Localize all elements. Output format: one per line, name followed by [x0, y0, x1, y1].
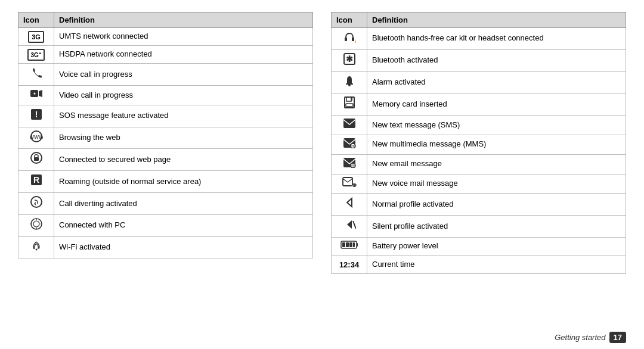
- definition-cell: Call diverting activated: [54, 193, 313, 215]
- table-row: Call diverting activated: [18, 193, 313, 215]
- definition-cell: Battery power level: [367, 237, 626, 255]
- definition-cell: SOS message feature activated: [54, 105, 313, 127]
- table-row: Connected with PC: [18, 214, 313, 236]
- definition-cell: New multimedia message (MMS): [367, 135, 626, 154]
- table-row: Silent profile activated: [332, 216, 626, 238]
- icon-cell: [332, 237, 367, 255]
- icon-cell: www: [18, 127, 54, 149]
- table-row: wwwBrowsing the web: [18, 127, 313, 149]
- svg-rect-42: [349, 242, 352, 247]
- icon-cell: 3G+: [18, 46, 54, 64]
- svg-text:im: im: [351, 144, 355, 148]
- table-row: @New email message: [332, 154, 626, 174]
- footer-text: Getting started: [555, 333, 605, 342]
- icon-cell: [332, 194, 367, 216]
- svg-marker-36: [347, 220, 352, 229]
- svg-point-2: [33, 93, 35, 95]
- definition-cell: Alarm activated: [367, 71, 626, 94]
- table-row: Wi-Fi activated: [18, 236, 313, 258]
- table-row: imNew multimedia message (MMS): [332, 135, 626, 154]
- definition-cell: Browsing the web: [54, 127, 313, 149]
- table-row: vmNew voice mail message: [332, 174, 626, 194]
- definition-cell: Video call in progress: [54, 86, 313, 105]
- right-col2-header: Definition: [367, 13, 626, 28]
- definition-cell: Wi-Fi activated: [54, 236, 313, 258]
- icon-cell: [332, 71, 367, 94]
- icon-cell: [18, 64, 54, 86]
- svg-rect-41: [346, 242, 349, 247]
- svg-rect-39: [357, 243, 358, 247]
- left-table: Icon Definition 3GUMTS network connected…: [18, 12, 313, 328]
- table-row: ✱Bluetooth activated: [332, 49, 626, 71]
- svg-text:R: R: [33, 175, 39, 185]
- definition-cell: Connected to secured web page: [54, 149, 313, 171]
- svg-rect-40: [342, 242, 345, 247]
- table-row: Normal profile activated: [332, 194, 626, 216]
- definition-cell: Connected with PC: [54, 214, 313, 236]
- icon-cell: [332, 94, 367, 116]
- svg-point-14: [35, 248, 37, 250]
- table-row: Connected to secured web page: [18, 149, 313, 171]
- table-row: 3GUMTS network connected: [18, 28, 313, 46]
- definition-cell: Bluetooth activated: [367, 49, 626, 71]
- icon-cell: vm: [332, 174, 367, 194]
- svg-rect-43: [353, 242, 355, 247]
- table-row: !SOS message feature activated: [18, 105, 313, 127]
- icon-cell: [18, 236, 54, 258]
- left-col1-header: Icon: [18, 13, 54, 28]
- footer: Getting started 17: [18, 328, 626, 343]
- table-row: 3G+HSDPA network connected: [18, 46, 313, 64]
- definition-cell: Current time: [367, 255, 626, 273]
- icon-cell: [18, 214, 54, 236]
- svg-text:www: www: [30, 133, 43, 140]
- definition-cell: Voice call in progress: [54, 64, 313, 86]
- svg-text:!: !: [35, 110, 38, 119]
- page-number: 17: [609, 332, 626, 343]
- table-row: New text message (SMS): [332, 116, 626, 135]
- definition-cell: New text message (SMS): [367, 116, 626, 135]
- definition-cell: Bluetooth hands-free car kit or headset …: [367, 28, 626, 50]
- svg-rect-8: [34, 157, 39, 161]
- icon-cell: [18, 149, 54, 171]
- icon-cell: [332, 116, 367, 135]
- svg-text:✱: ✱: [346, 54, 353, 64]
- table-row: RRoaming (outside of normal service area…: [18, 171, 313, 193]
- definition-cell: Normal profile activated: [367, 194, 626, 216]
- table-row: Memory card inserted: [332, 94, 626, 116]
- svg-text:🔒: 🔒: [354, 38, 356, 43]
- svg-point-13: [33, 221, 39, 227]
- table-row: Voice call in progress: [18, 64, 313, 86]
- left-col2-header: Definition: [54, 13, 313, 28]
- svg-line-37: [353, 221, 356, 229]
- icon-cell: [332, 216, 367, 238]
- svg-rect-25: [343, 119, 355, 128]
- definition-cell: New email message: [367, 154, 626, 174]
- definition-cell: Memory card inserted: [367, 94, 626, 116]
- svg-marker-35: [347, 198, 352, 207]
- icon-cell: !: [18, 105, 54, 127]
- svg-text:vm: vm: [351, 183, 357, 188]
- table-row: Video call in progress: [18, 86, 313, 105]
- svg-rect-15: [345, 38, 347, 41]
- definition-cell: Roaming (outside of normal service area): [54, 171, 313, 193]
- icon-cell: 🔒: [332, 28, 367, 50]
- definition-cell: UMTS network connected: [54, 28, 313, 46]
- definition-cell: New voice mail message: [367, 174, 626, 194]
- svg-rect-24: [351, 98, 352, 101]
- table-row: Alarm activated: [332, 71, 626, 94]
- icon-cell: @: [332, 154, 367, 174]
- icon-cell: ✱: [332, 49, 367, 71]
- table-row: 12:34Current time: [332, 255, 626, 273]
- icon-cell: [18, 193, 54, 215]
- table-row: 🔒Bluetooth hands-free car kit or headset…: [332, 28, 626, 50]
- definition-cell: Silent profile activated: [367, 216, 626, 238]
- icon-cell: [18, 86, 54, 105]
- right-col1-header: Icon: [332, 13, 367, 28]
- right-table: Icon Definition 🔒Bluetooth hands-free ca…: [331, 12, 626, 328]
- svg-marker-1: [39, 90, 42, 97]
- table-row: Battery power level: [332, 237, 626, 255]
- icon-cell: 3G: [18, 28, 54, 46]
- svg-text:@: @: [351, 164, 355, 168]
- svg-point-11: [31, 197, 42, 207]
- icon-cell: 12:34: [332, 255, 367, 273]
